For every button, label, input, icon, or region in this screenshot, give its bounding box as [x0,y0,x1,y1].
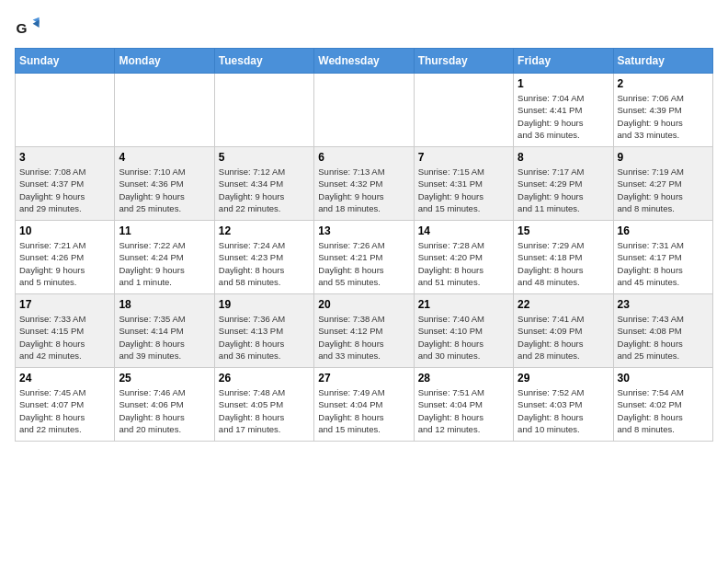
calendar-week-row: 1Sunrise: 7:04 AM Sunset: 4:41 PM Daylig… [16,74,713,147]
calendar: SundayMondayTuesdayWednesdayThursdayFrid… [15,48,713,442]
svg-text:G: G [16,20,27,36]
calendar-cell: 24Sunrise: 7:45 AM Sunset: 4:07 PM Dayli… [16,368,115,442]
calendar-cell [16,74,115,147]
day-info: Sunrise: 7:21 AM Sunset: 4:26 PM Dayligh… [19,239,110,288]
day-info: Sunrise: 7:54 AM Sunset: 4:02 PM Dayligh… [618,386,709,435]
day-info: Sunrise: 7:10 AM Sunset: 4:36 PM Dayligh… [119,166,210,214]
day-number: 23 [618,298,709,311]
day-number: 29 [518,372,609,385]
day-info: Sunrise: 7:40 AM Sunset: 4:10 PM Dayligh… [418,313,509,362]
day-number: 12 [219,224,310,237]
day-number: 13 [318,224,409,237]
day-info: Sunrise: 7:19 AM Sunset: 4:27 PM Dayligh… [618,166,709,214]
day-info: Sunrise: 7:52 AM Sunset: 4:03 PM Dayligh… [518,386,609,435]
day-info: Sunrise: 7:04 AM Sunset: 4:41 PM Dayligh… [518,92,609,141]
day-number: 11 [119,224,210,237]
day-info: Sunrise: 7:38 AM Sunset: 4:12 PM Dayligh… [318,313,409,362]
calendar-cell: 4Sunrise: 7:10 AM Sunset: 4:36 PM Daylig… [115,147,214,221]
day-info: Sunrise: 7:29 AM Sunset: 4:18 PM Dayligh… [518,239,609,288]
day-info: Sunrise: 7:26 AM Sunset: 4:21 PM Dayligh… [318,239,409,288]
day-info: Sunrise: 7:41 AM Sunset: 4:09 PM Dayligh… [518,313,609,362]
day-number: 2 [618,77,709,90]
calendar-cell: 1Sunrise: 7:04 AM Sunset: 4:41 PM Daylig… [514,74,613,147]
calendar-week-row: 24Sunrise: 7:45 AM Sunset: 4:07 PM Dayli… [16,368,713,442]
calendar-cell: 20Sunrise: 7:38 AM Sunset: 4:12 PM Dayli… [314,294,414,368]
calendar-cell: 13Sunrise: 7:26 AM Sunset: 4:21 PM Dayli… [314,221,414,294]
day-number: 25 [119,372,210,385]
day-info: Sunrise: 7:31 AM Sunset: 4:17 PM Dayligh… [618,239,709,288]
calendar-cell [414,74,513,147]
day-header: Wednesday [314,49,414,74]
day-info: Sunrise: 7:51 AM Sunset: 4:04 PM Dayligh… [418,386,509,435]
calendar-cell [214,74,313,147]
day-info: Sunrise: 7:43 AM Sunset: 4:08 PM Dayligh… [618,313,709,362]
day-header: Tuesday [214,49,313,74]
calendar-cell [314,74,414,147]
day-info: Sunrise: 7:35 AM Sunset: 4:14 PM Dayligh… [119,313,210,362]
day-info: Sunrise: 7:22 AM Sunset: 4:24 PM Dayligh… [119,239,210,288]
day-number: 30 [618,372,709,385]
calendar-cell: 22Sunrise: 7:41 AM Sunset: 4:09 PM Dayli… [514,294,613,368]
calendar-cell: 26Sunrise: 7:48 AM Sunset: 4:05 PM Dayli… [214,368,313,442]
logo: G [15,15,44,40]
day-number: 10 [19,224,110,237]
day-number: 24 [19,372,110,385]
day-info: Sunrise: 7:24 AM Sunset: 4:23 PM Dayligh… [219,239,310,288]
calendar-cell: 27Sunrise: 7:49 AM Sunset: 4:04 PM Dayli… [314,368,414,442]
calendar-cell: 23Sunrise: 7:43 AM Sunset: 4:08 PM Dayli… [613,294,712,368]
day-number: 28 [418,372,509,385]
calendar-cell: 8Sunrise: 7:17 AM Sunset: 4:29 PM Daylig… [514,147,613,221]
day-number: 8 [518,151,609,164]
day-number: 16 [618,224,709,237]
day-number: 7 [418,151,509,164]
day-info: Sunrise: 7:06 AM Sunset: 4:39 PM Dayligh… [618,92,709,141]
day-number: 26 [219,372,310,385]
day-number: 27 [318,372,409,385]
calendar-week-row: 10Sunrise: 7:21 AM Sunset: 4:26 PM Dayli… [16,221,713,294]
calendar-cell: 25Sunrise: 7:46 AM Sunset: 4:06 PM Dayli… [115,368,214,442]
day-info: Sunrise: 7:33 AM Sunset: 4:15 PM Dayligh… [19,313,110,362]
calendar-cell: 21Sunrise: 7:40 AM Sunset: 4:10 PM Dayli… [414,294,513,368]
calendar-cell: 9Sunrise: 7:19 AM Sunset: 4:27 PM Daylig… [613,147,712,221]
day-number: 5 [219,151,310,164]
day-number: 18 [119,298,210,311]
calendar-cell: 12Sunrise: 7:24 AM Sunset: 4:23 PM Dayli… [214,221,313,294]
day-info: Sunrise: 7:48 AM Sunset: 4:05 PM Dayligh… [219,386,310,435]
day-number: 6 [318,151,409,164]
day-number: 20 [318,298,409,311]
day-number: 17 [19,298,110,311]
day-number: 14 [418,224,509,237]
calendar-cell: 15Sunrise: 7:29 AM Sunset: 4:18 PM Dayli… [514,221,613,294]
calendar-week-row: 17Sunrise: 7:33 AM Sunset: 4:15 PM Dayli… [16,294,713,368]
day-number: 4 [119,151,210,164]
calendar-cell: 28Sunrise: 7:51 AM Sunset: 4:04 PM Dayli… [414,368,513,442]
calendar-cell: 6Sunrise: 7:13 AM Sunset: 4:32 PM Daylig… [314,147,414,221]
calendar-cell: 19Sunrise: 7:36 AM Sunset: 4:13 PM Dayli… [214,294,313,368]
calendar-cell: 16Sunrise: 7:31 AM Sunset: 4:17 PM Dayli… [613,221,712,294]
day-header: Monday [115,49,214,74]
calendar-cell: 14Sunrise: 7:28 AM Sunset: 4:20 PM Dayli… [414,221,513,294]
day-info: Sunrise: 7:45 AM Sunset: 4:07 PM Dayligh… [19,386,110,435]
day-info: Sunrise: 7:08 AM Sunset: 4:37 PM Dayligh… [19,166,110,214]
day-number: 19 [219,298,310,311]
day-number: 1 [518,77,609,90]
day-info: Sunrise: 7:12 AM Sunset: 4:34 PM Dayligh… [219,166,310,214]
logo-icon: G [15,15,40,40]
day-header: Friday [514,49,613,74]
calendar-cell: 29Sunrise: 7:52 AM Sunset: 4:03 PM Dayli… [514,368,613,442]
calendar-cell: 18Sunrise: 7:35 AM Sunset: 4:14 PM Dayli… [115,294,214,368]
calendar-cell: 5Sunrise: 7:12 AM Sunset: 4:34 PM Daylig… [214,147,313,221]
calendar-cell: 2Sunrise: 7:06 AM Sunset: 4:39 PM Daylig… [613,74,712,147]
calendar-header-row: SundayMondayTuesdayWednesdayThursdayFrid… [16,49,713,74]
day-header: Sunday [16,49,115,74]
calendar-cell: 7Sunrise: 7:15 AM Sunset: 4:31 PM Daylig… [414,147,513,221]
day-number: 21 [418,298,509,311]
day-info: Sunrise: 7:17 AM Sunset: 4:29 PM Dayligh… [518,166,609,214]
day-header: Thursday [414,49,513,74]
day-info: Sunrise: 7:49 AM Sunset: 4:04 PM Dayligh… [318,386,409,435]
page-header: G [15,15,713,40]
calendar-week-row: 3Sunrise: 7:08 AM Sunset: 4:37 PM Daylig… [16,147,713,221]
day-header: Saturday [613,49,712,74]
day-number: 15 [518,224,609,237]
day-info: Sunrise: 7:15 AM Sunset: 4:31 PM Dayligh… [418,166,509,214]
